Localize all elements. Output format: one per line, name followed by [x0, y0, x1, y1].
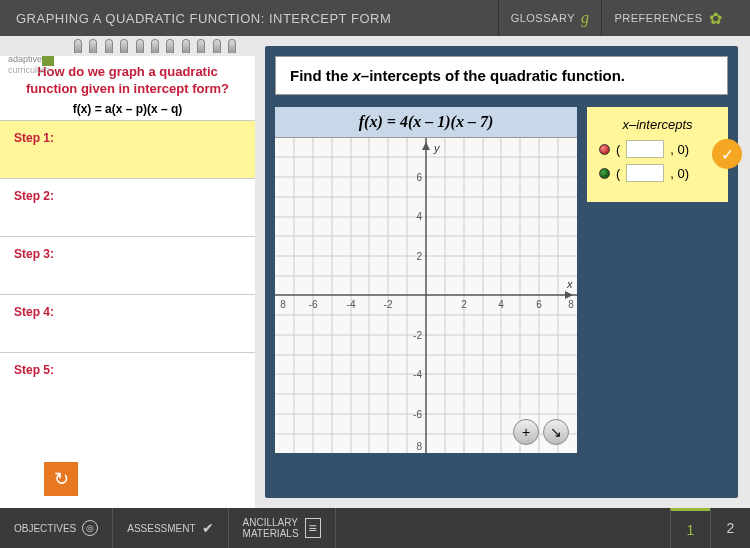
- check-icon-footer: ✔: [202, 520, 214, 536]
- target-icon: ◎: [82, 520, 98, 536]
- step-1[interactable]: Step 1:: [0, 120, 255, 178]
- spiral-binding: [0, 36, 255, 56]
- svg-marker-31: [422, 142, 430, 150]
- svg-text:-6: -6: [309, 299, 318, 310]
- ancillary-button[interactable]: ANCILLARY MATERIALS ≡: [229, 508, 336, 548]
- svg-text:6: 6: [536, 299, 542, 310]
- work-panel: Find the x–intercepts of the quadratic f…: [255, 36, 750, 508]
- answer-row-1: ( , 0): [599, 140, 716, 158]
- row1-suffix: , 0): [670, 142, 689, 157]
- step-5[interactable]: Step 5:: [0, 352, 255, 410]
- page-2-button[interactable]: 2: [710, 508, 750, 548]
- svg-text:8: 8: [280, 299, 286, 310]
- footer-spacer: [336, 508, 670, 548]
- gear-icon: ✿: [709, 9, 723, 28]
- task-prompt: Find the x–intercepts of the quadratic f…: [275, 56, 728, 95]
- green-dot-icon: [599, 168, 610, 179]
- preferences-label: PREFERENCES: [614, 12, 702, 24]
- assessment-label: ASSESSMENT: [127, 523, 195, 534]
- svg-text:6: 6: [416, 172, 422, 183]
- zoom-in-button[interactable]: +: [513, 419, 539, 445]
- coordinate-grid[interactable]: y x -6-4-2 246 88 642 -2-4-6 8: [275, 138, 577, 453]
- paren-open-2: (: [616, 166, 620, 181]
- svg-text:2: 2: [461, 299, 467, 310]
- app-header: GRAPHING A QUADRATIC FUNCTION: INTERCEPT…: [0, 0, 750, 36]
- svg-text:-4: -4: [347, 299, 356, 310]
- svg-text:8: 8: [568, 299, 574, 310]
- answer-title: x–intercepts: [599, 117, 716, 132]
- svg-text:-6: -6: [413, 409, 422, 420]
- row2-suffix: , 0): [670, 166, 689, 181]
- svg-text:8: 8: [416, 441, 422, 452]
- brand-logo: adaptive curriculum: [8, 54, 54, 75]
- main-content: adaptive curriculum How do we graph a qu…: [0, 36, 750, 508]
- function-display: f(x) = 4(x – 1)(x – 7): [275, 107, 577, 138]
- content-row: f(x) = 4(x – 1)(x – 7) y: [275, 107, 728, 453]
- check-answer-button[interactable]: ✓: [712, 139, 742, 169]
- page-1-button[interactable]: 1: [670, 508, 710, 548]
- reset-icon: ↻: [54, 468, 69, 490]
- svg-text:4: 4: [498, 299, 504, 310]
- objectives-label: OBJECTIVES: [14, 523, 76, 534]
- svg-text:2: 2: [416, 251, 422, 262]
- answer-row-2: ( , 0): [599, 164, 716, 182]
- graph-container: f(x) = 4(x – 1)(x – 7) y: [275, 107, 577, 453]
- assessment-button[interactable]: ASSESSMENT ✔: [113, 508, 228, 548]
- document-icon: ≡: [305, 518, 321, 538]
- red-dot-icon: [599, 144, 610, 155]
- step-3[interactable]: Step 3:: [0, 236, 255, 294]
- ancillary-label: ANCILLARY MATERIALS: [243, 517, 299, 539]
- svg-text:y: y: [433, 142, 441, 154]
- svg-text:-2: -2: [384, 299, 393, 310]
- svg-text:-4: -4: [413, 369, 422, 380]
- general-equation: f(x) = a(x – p)(x – q): [12, 102, 243, 116]
- svg-text:4: 4: [416, 211, 422, 222]
- preferences-button[interactable]: PREFERENCES ✿: [601, 0, 734, 36]
- glossary-label: GLOSSARY: [511, 12, 575, 24]
- intercept-2-input[interactable]: [626, 164, 664, 182]
- svg-marker-30: [565, 291, 573, 299]
- svg-text:x: x: [566, 278, 573, 290]
- zoom-controls: + ↘: [513, 419, 569, 445]
- notepad-panel: adaptive curriculum How do we graph a qu…: [0, 36, 255, 508]
- answer-panel: x–intercepts ( , 0) ( , 0): [587, 107, 728, 202]
- step-2[interactable]: Step 2:: [0, 178, 255, 236]
- footer-nav: OBJECTIVES ◎ ASSESSMENT ✔ ANCILLARY MATE…: [0, 508, 750, 548]
- glossary-icon: g: [581, 9, 590, 27]
- intercept-1-input[interactable]: [626, 140, 664, 158]
- page-title: GRAPHING A QUADRATIC FUNCTION: INTERCEPT…: [16, 11, 498, 26]
- work-area: Find the x–intercepts of the quadratic f…: [265, 46, 738, 498]
- svg-text:-2: -2: [413, 330, 422, 341]
- arrows-icon: ↘: [550, 424, 562, 440]
- plus-icon: +: [522, 424, 530, 440]
- reset-button[interactable]: ↻: [44, 462, 78, 496]
- paren-open: (: [616, 142, 620, 157]
- objectives-button[interactable]: OBJECTIVES ◎: [0, 508, 113, 548]
- glossary-button[interactable]: GLOSSARY g: [498, 0, 602, 36]
- step-4[interactable]: Step 4:: [0, 294, 255, 352]
- grid-svg: y x -6-4-2 246 88 642 -2-4-6 8: [275, 138, 577, 453]
- steps-list: Step 1: Step 2: Step 3: Step 4: Step 5:: [0, 120, 255, 454]
- check-icon: ✓: [721, 145, 734, 164]
- move-button[interactable]: ↘: [543, 419, 569, 445]
